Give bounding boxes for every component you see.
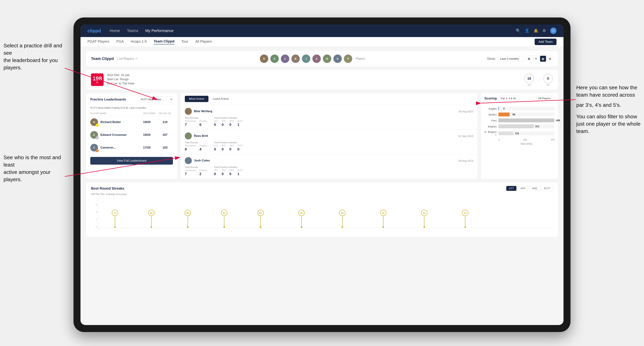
streak-plot: 7x 6x 6x: [98, 198, 553, 228]
stat-group-label: Total Rounds: [185, 166, 207, 169]
show-select[interactable]: Last 3 months Last month Last 6 months: [498, 56, 524, 62]
stat-group-values: Tournament 8 Practice 4: [185, 145, 207, 151]
streak-y-label: 2: [91, 218, 98, 221]
nav-link-teams[interactable]: Teams: [127, 28, 138, 33]
player-activity-name: Blair McHarg: [194, 110, 456, 113]
streak-dot-base: [187, 226, 188, 228]
stat-group-label: Total Practice Activities: [214, 117, 243, 119]
tab-most-active[interactable]: Most Active: [185, 96, 208, 102]
chart-bar-dbogeys: 131: [498, 131, 514, 135]
chart-label-dbogeys: D. Bogeys +: [484, 130, 497, 136]
practice-drill-select[interactable]: PUTT Must Make Putting...: [138, 96, 173, 102]
view-icons: ⊞ ≡ ▦ ⊟: [526, 56, 553, 62]
annotation-scoring: Here you can see how the team have score…: [576, 84, 640, 135]
chart-bar-container: 131: [498, 131, 554, 135]
streak-dot-base: [301, 226, 302, 228]
streak-dot-base: [382, 226, 384, 228]
streak-dot-circle: 6x: [148, 210, 154, 216]
streaks-chart: 6 4 2 0 7x 6x: [91, 198, 553, 233]
stat-col-practice: Practice 6: [199, 120, 207, 127]
settings-icon[interactable]: ⚙: [542, 28, 546, 33]
active-card-header: Most Active Least Active: [180, 93, 478, 105]
streak-filter-arg[interactable]: ARG: [530, 186, 540, 191]
bell-icon[interactable]: 🔔: [534, 28, 538, 33]
shot-detail-dist: Shot Dist: 16 yds: [107, 73, 521, 77]
show-section: Show: Last 3 months Last month Last 6 mo…: [487, 56, 553, 62]
view-leaderboard-button[interactable]: View Full Leaderboard: [90, 157, 173, 165]
active-players-card: Most Active Least Active Blair McHarg 26…: [180, 93, 478, 179]
streak-dot-line: [260, 216, 261, 226]
tablet-frame: clippd Home Teams My Performance 🔍 👤 🔔 ⚙…: [74, 17, 570, 332]
edit-team-icon[interactable]: ✏: [135, 57, 138, 61]
streak-dot-line: [383, 216, 384, 226]
avatar[interactable]: U: [550, 28, 556, 34]
subnav-pgat[interactable]: PGAT Players: [88, 39, 110, 44]
rank-badge-gold: 1: [96, 124, 99, 127]
navbar: clippd Home Teams My Performance 🔍 👤 🔔 ⚙…: [80, 24, 564, 37]
nav-link-home[interactable]: Home: [110, 28, 120, 33]
scoring-chart: Eagles 3 Birdies: [481, 104, 558, 148]
subnav-tour[interactable]: Tour: [182, 39, 188, 44]
card-view-btn[interactable]: ▦: [540, 56, 546, 62]
practice-card-header: Practice Leaderboards PUTT Must Make Put…: [86, 93, 177, 105]
people-icon[interactable]: 👤: [525, 28, 530, 33]
player-activity-row: Rees Britt 02 Sep 2023 Total Rounds Tour…: [180, 130, 478, 154]
shot-card: 198 SC Shot Dist: 16 yds Start Lie: Roug…: [86, 70, 558, 89]
chart-x-label: 400: [550, 138, 554, 141]
scoring-par-filter[interactable]: Par 3, 4 & 5s Par 3 Par 4 Par 5: [499, 96, 520, 101]
shot-detail-end: End Lie: In The Hole: [107, 82, 521, 85]
nav-link-myperformance[interactable]: My Performance: [145, 28, 174, 33]
streak-filter-putt[interactable]: PUTT: [541, 186, 553, 191]
chart-label-pars: Pars: [484, 119, 497, 122]
shot-circle-row: 16 yds → 0 yds: [524, 74, 553, 86]
practice-player-avatar: R 1: [90, 118, 98, 126]
tab-least-active[interactable]: Least Active: [208, 96, 233, 102]
stat-col-tournament: Tournament 8: [185, 145, 196, 151]
player-activity-avatar: [185, 133, 192, 140]
streak-dot-line: [465, 216, 465, 226]
stat-group-practice-activities: Total Practice Activities OTT 0 APP 0: [214, 166, 243, 176]
stat-col-tournament: Tournament 7: [185, 120, 196, 127]
stat-group-values: Tournament 7 Practice 6: [185, 120, 207, 127]
streak-dot: 6x: [148, 210, 154, 228]
chart-row-dbogeys: D. Bogeys + 131: [484, 130, 554, 136]
chart-label-eagles: Eagles: [484, 107, 497, 110]
stat-col-practice: Practice 4: [199, 145, 207, 151]
stat-col-putt: PUTT 1: [238, 169, 243, 176]
streak-dot: 6x: [184, 210, 191, 228]
streak-y-label: 6: [91, 203, 98, 206]
streak-dot-circle: 7x: [112, 210, 118, 216]
streak-filter-app[interactable]: APP: [518, 186, 528, 191]
nav-logo: clippd: [88, 28, 101, 33]
streak-dot-circle: 4x: [339, 210, 346, 216]
streak-y-axis: 6 4 2 0: [91, 198, 98, 228]
chart-bar-value-bogeys: 311: [535, 125, 539, 128]
chart-x-label: 200: [523, 138, 527, 141]
subnav-teamclippd[interactable]: Team Clippd: [154, 39, 174, 44]
subnav-hcaps[interactable]: Hcaps 1-5: [131, 39, 147, 44]
stat-col-arg: ARG 0: [230, 145, 234, 151]
player-avatar: A: [312, 54, 321, 63]
chart-bar-value-birdies: 96: [512, 113, 515, 116]
practice-player-name: Richard Butler: [100, 120, 136, 124]
stat-group-values: Tournament 7 Practice 2: [185, 169, 207, 176]
streak-dot-circle: 5x: [258, 210, 264, 216]
grid-view-btn[interactable]: ⊞: [526, 56, 532, 62]
main-content: Team Clippd | 14 Players ✏ R E C B J A M…: [80, 47, 564, 325]
scoring-players-filter[interactable]: All Players: [536, 96, 554, 101]
player-avatar: B: [292, 54, 300, 63]
streak-dot-line: [224, 216, 224, 226]
rank-badge-silver: 2: [96, 136, 99, 140]
players-label: Players: [356, 57, 365, 60]
add-team-button[interactable]: Add Team: [534, 39, 556, 45]
player-activity-row: Josh Coles 26 Aug 2023 Total Rounds Tour…: [180, 154, 478, 179]
chart-bar-container: 3: [498, 107, 554, 110]
filter-btn[interactable]: ⊟: [547, 56, 553, 62]
shot-badge: 198 SC: [91, 73, 104, 86]
streak-filter-ott[interactable]: OTT: [506, 186, 516, 191]
practice-player-info: Cameron...: [100, 146, 136, 149]
list-view-btn[interactable]: ≡: [533, 56, 539, 62]
search-icon[interactable]: 🔍: [516, 28, 520, 33]
subnav-pga[interactable]: PGA: [116, 39, 124, 44]
subnav-allplayers[interactable]: All Players: [195, 39, 212, 44]
